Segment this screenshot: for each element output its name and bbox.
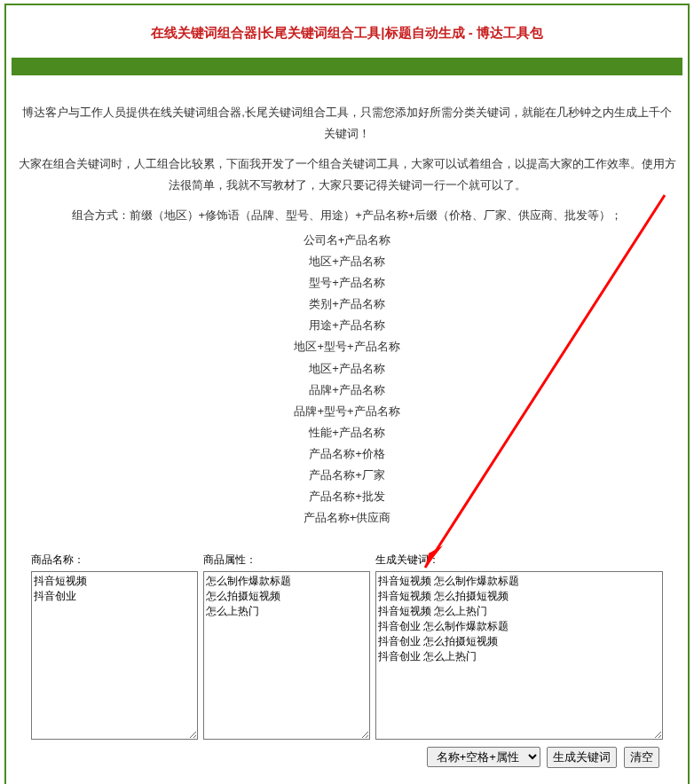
product-attr-input[interactable]: [203, 571, 370, 740]
result-output[interactable]: [375, 571, 663, 740]
label-product-attr: 商品属性：: [203, 550, 370, 569]
method-list: 公司名+产品名称 地区+产品名称 型号+产品名称 类别+产品名称 用途+产品名称…: [17, 230, 677, 529]
label-product-name: 商品名称：: [31, 550, 198, 569]
method-item: 用途+产品名称: [17, 315, 677, 336]
generate-button[interactable]: 生成关键词: [547, 747, 617, 768]
method-item: 产品名称+批发: [17, 486, 677, 507]
footer: 在线关键词标题生成器 >>返回>> 博达工具包: [17, 779, 677, 784]
method-header: 组合方式：前缀（地区）+修饰语（品牌、型号、用途）+产品名称+后缀（价格、厂家、…: [17, 205, 677, 226]
method-item: 品牌+产品名称: [17, 380, 677, 401]
method-item: 品牌+型号+产品名称: [17, 401, 677, 422]
divider-bar: [12, 58, 682, 75]
method-item: 型号+产品名称: [17, 272, 677, 294]
method-item: 地区+产品名称: [17, 358, 677, 380]
method-item: 公司名+产品名称: [17, 230, 677, 251]
label-result: 生成关键词：: [375, 550, 663, 569]
product-name-input[interactable]: [31, 571, 198, 740]
method-item: 地区+产品名称: [17, 251, 677, 272]
method-item: 地区+型号+产品名称: [17, 336, 677, 357]
combine-mode-select[interactable]: 名称+空格+属性: [427, 747, 540, 767]
method-item: 产品名称+供应商: [17, 507, 677, 529]
method-item: 产品名称+厂家: [17, 465, 677, 486]
method-item: 性能+产品名称: [17, 422, 677, 443]
intro-text-2: 大家在组合关键词时，人工组合比较累，下面我开发了一个组合关键词工具，大家可以试着…: [17, 153, 677, 196]
intro-text-1: 博达客户与工作人员提供在线关键词组合器,长尾关键词组合工具，只需您添加好所需分类…: [17, 102, 677, 145]
clear-button[interactable]: 清空: [624, 747, 659, 768]
page-title: 在线关键词组合器|长尾关键词组合工具|标题自动生成 - 博达工具包: [6, 5, 688, 58]
method-item: 产品名称+价格: [17, 443, 677, 465]
method-item: 类别+产品名称: [17, 294, 677, 315]
